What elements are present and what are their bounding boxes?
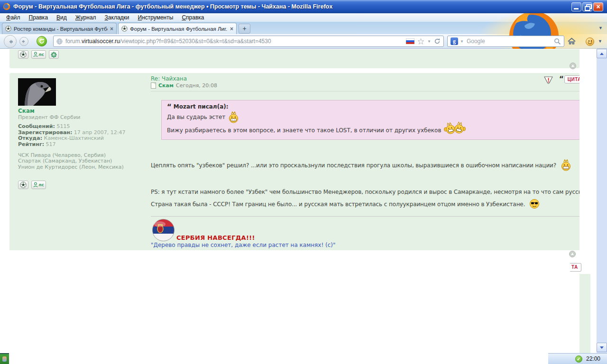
menu-edit[interactable]: Правка: [25, 14, 53, 21]
window-titlebar[interactable]: Форум - Виртуальная Футбольная Лига - фу…: [0, 0, 607, 13]
scroll-down-button[interactable]: [597, 343, 607, 352]
post-body-ps-line2: Страна такая была - СССР! Там границ не …: [151, 198, 579, 210]
person-icon: [33, 52, 38, 57]
quote-button[interactable]: ЦИТАТА: [564, 75, 579, 83]
signature-divider: [151, 216, 579, 217]
quote-mark-icon: “: [559, 76, 564, 82]
urlbar-dropdown-icon[interactable]: ▼: [427, 39, 431, 44]
google-search-engine-icon[interactable]: g: [451, 37, 458, 45]
menu-file[interactable]: Файл: [2, 14, 25, 21]
menu-tools[interactable]: Инструменты: [134, 14, 178, 21]
avatar: [18, 78, 56, 106]
url-domain: virtualsoccer.ru: [82, 38, 120, 45]
tab-close-icon[interactable]: ×: [230, 26, 233, 32]
profile-rank: Президент ФФ Сербии: [18, 114, 80, 120]
forward-button[interactable]: [19, 37, 28, 46]
soccer-ball-favicon: [5, 26, 11, 32]
russian-flag-icon[interactable]: [406, 38, 414, 44]
page-viewport: лс: [0, 49, 597, 364]
grin-smiley: [561, 159, 571, 171]
post-controls: “ ЦИТАТА: [543, 75, 579, 85]
restore-button[interactable]: [582, 2, 592, 11]
team-roster-button[interactable]: [18, 50, 28, 59]
quote-line: Да вы сударь эстет: [167, 110, 579, 124]
post-subject-link[interactable]: Re: Чайхана: [151, 75, 187, 82]
smiley-addon-button[interactable]: [586, 37, 594, 46]
post-body-ps: PS: я тут кстати намного более "Узбек" ч…: [151, 186, 579, 210]
tab-bar: Ростер команды - Виртуальная Футбо... × …: [0, 22, 607, 34]
soccer-ball-favicon: [121, 26, 128, 32]
pm-label: лс: [38, 182, 44, 187]
icq-flower-icon: [51, 52, 57, 58]
home-button[interactable]: [568, 37, 576, 45]
new-tab-button[interactable]: +: [239, 24, 250, 34]
tab-roster[interactable]: Ростер команды - Виртуальная Футбо... ×: [2, 23, 117, 34]
search-input[interactable]: [466, 37, 552, 45]
tab-label: Форум - Виртуальная Футбольная Лиг...: [130, 26, 228, 32]
profile-field: Рейтинг: 517: [18, 142, 125, 148]
bookmark-star-icon[interactable]: [417, 38, 424, 45]
forum-post: Скам Президент ФФ Сербии Сообщений: 5115…: [9, 73, 579, 250]
start-button-icon: [2, 356, 7, 362]
post-page-icon: [151, 82, 156, 89]
quote-box: “ Mozart писал(а): Да вы сударь эстет: [161, 100, 579, 140]
system-tray: ✓ 22:00: [548, 353, 607, 364]
previous-post-footer: лс: [9, 49, 579, 68]
close-button[interactable]: ×: [593, 2, 603, 11]
navigation-toolbar: forum.virtualsoccer.ru/viewtopic.php?f=8…: [0, 34, 607, 49]
site-globe-icon: [56, 38, 63, 45]
post-header-divider: [151, 91, 579, 91]
back-to-top-button[interactable]: [570, 63, 576, 69]
pm-label: лс: [38, 52, 44, 57]
unrendered-page-area: [0, 250, 597, 364]
minimize-button[interactable]: [571, 2, 581, 11]
search-bar[interactable]: g ▼: [447, 36, 564, 47]
reload-icon[interactable]: [434, 38, 441, 45]
post-time: Сегодня, 20:08: [176, 82, 217, 89]
search-icon[interactable]: [554, 38, 561, 45]
post-author-link[interactable]: Скам: [158, 82, 174, 89]
team-item: Спартак (Самарканд, Узбекистан): [18, 158, 124, 164]
vertical-scrollbar[interactable]: [597, 49, 607, 353]
cool-smiley: [529, 199, 540, 209]
serbia-flag-icon: [152, 218, 175, 242]
taskbar-start-fragment[interactable]: [0, 353, 9, 364]
close-icon: ×: [594, 3, 603, 10]
url-bar[interactable]: forum.virtualsoccer.ru/viewtopic.php?f=8…: [53, 36, 444, 47]
toolbar-overflow-icon[interactable]: ▼: [598, 39, 602, 44]
quote-button-partial[interactable]: ТА: [570, 263, 581, 272]
profile-teams: ЧСК Пивара (Челарево, Сербия) Спартак (С…: [18, 153, 124, 170]
quote-line: Вижу разбираетесь в этом вопросе, и знае…: [167, 124, 579, 137]
signature-title: СЕРБИЯ НАВСЕГДА!!!: [176, 234, 255, 241]
back-to-top-button[interactable]: [569, 251, 576, 257]
next-post-edge: [579, 274, 590, 353]
report-post-icon[interactable]: [543, 76, 553, 85]
menu-view[interactable]: Вид: [52, 14, 71, 21]
tray-status-icon[interactable]: ✓: [575, 355, 582, 363]
menu-history[interactable]: Журнал: [71, 14, 101, 21]
team-roster-button[interactable]: [18, 181, 28, 189]
profile-stats: Сообщений: 5115 Зарегистрирован: 17 апр …: [18, 124, 125, 147]
menu-bar: Файл Правка Вид Журнал Закладки Инструме…: [0, 13, 607, 22]
tab-forum[interactable]: Форум - Виртуальная Футбольная Лиг... ×: [118, 23, 237, 34]
post-body-line: Цеплять опять "узбеков" решил? ...или эт…: [151, 159, 571, 172]
quote-mark-icon: “: [167, 104, 172, 110]
grin-smiley: [228, 111, 239, 123]
menu-help[interactable]: Справка: [177, 14, 208, 21]
private-message-button[interactable]: лс: [31, 50, 46, 59]
tab-close-icon[interactable]: ×: [110, 26, 113, 32]
profile-username-link[interactable]: Скам: [18, 108, 35, 114]
reload-orb-button[interactable]: [37, 36, 47, 46]
browser-window: Форум - Виртуальная Футбольная Лига - фу…: [0, 0, 607, 364]
scroll-up-button[interactable]: [597, 49, 607, 58]
search-engine-dropdown-icon[interactable]: ▼: [460, 39, 464, 44]
firefox-icon: [3, 3, 10, 10]
signature-quote: "Дерево правды не сохнет, даже если раст…: [151, 242, 336, 248]
icq-button[interactable]: [49, 50, 59, 59]
window-title: Форум - Виртуальная Футбольная Лига - фу…: [13, 3, 571, 10]
scroll-down-icon: [600, 346, 604, 349]
menu-bookmarks[interactable]: Закладки: [101, 14, 134, 21]
tab-list-dropdown-icon[interactable]: ▼: [598, 26, 603, 30]
back-button[interactable]: [4, 35, 17, 48]
private-message-button[interactable]: лс: [31, 181, 46, 189]
